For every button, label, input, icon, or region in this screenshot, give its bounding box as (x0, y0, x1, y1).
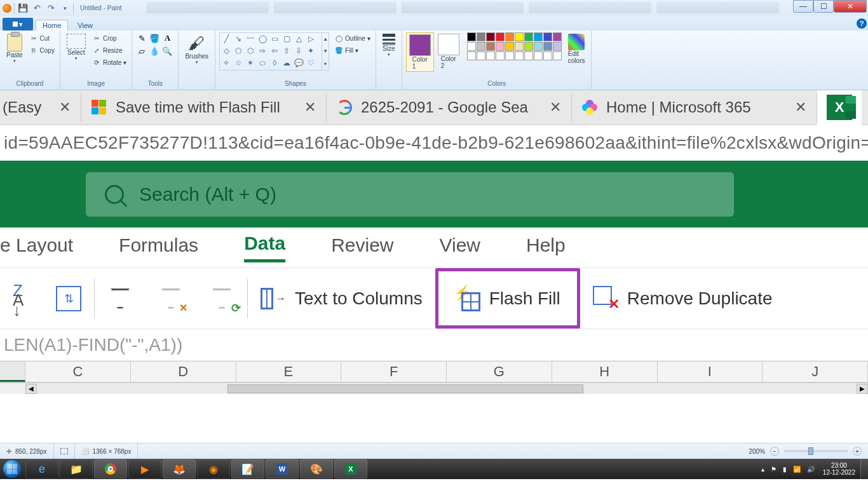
color-swatch[interactable] (505, 32, 514, 41)
rotate-button[interactable]: ⟳Rotate ▾ (91, 57, 128, 68)
color-swatch[interactable] (467, 51, 476, 60)
close-tab-icon[interactable]: ✕ (550, 99, 561, 116)
color-swatch[interactable] (505, 51, 514, 60)
tab-view[interactable]: View (71, 20, 100, 30)
color-swatch[interactable] (534, 51, 543, 60)
shapes-scrolldown-icon[interactable]: ▼ (322, 45, 329, 57)
browser-tab-4[interactable]: Home | Microsoft 365 ✕ (572, 93, 817, 122)
outline-button[interactable]: ◯Outline ▾ (333, 32, 372, 44)
search-box[interactable]: Search (Alt + Q) (86, 172, 734, 217)
fill-button[interactable]: 🪣Fill ▾ (333, 44, 372, 56)
color-swatch[interactable] (486, 42, 495, 51)
tray-network-icon[interactable]: 📶 (790, 466, 804, 473)
color2-button[interactable]: Color 2 (434, 32, 463, 71)
taskbar-word[interactable]: W (266, 459, 299, 478)
close-tab-icon[interactable]: ✕ (795, 99, 806, 116)
taskbar-paint[interactable]: 🎨 (300, 459, 333, 478)
pencil-tool-icon[interactable]: ✎ (136, 32, 147, 44)
edit-colors-button[interactable]: Edit colors (566, 32, 588, 65)
color-swatch[interactable] (496, 42, 505, 51)
colhead-j[interactable]: J (763, 362, 868, 382)
scroll-right-icon[interactable]: ▶ (857, 384, 868, 394)
select-button[interactable]: Select▾ (64, 32, 88, 62)
rowheader-corner[interactable] (0, 362, 25, 382)
color-swatch[interactable] (534, 32, 543, 41)
taskbar-excel[interactable]: X (334, 459, 367, 478)
flash-fill-button[interactable]: ⚡ Flash Fill (435, 268, 580, 329)
color-swatch[interactable] (477, 51, 485, 60)
color-swatch[interactable] (553, 51, 562, 60)
tray-battery-icon[interactable]: ▮ (780, 466, 790, 473)
shapes-gallery[interactable]: ╱↘〰◯▭▢△▷ ◇⬠⬡⇨⇦⇧⇩✦ ✧☆✶⬭◊☁💬♡ (220, 33, 322, 70)
etab-data[interactable]: Data (244, 233, 285, 262)
tray-volume-icon[interactable]: 🔊 (804, 466, 818, 473)
resize-button[interactable]: ⤢Resize (91, 44, 128, 56)
etab-layout[interactable]: e Layout (0, 234, 73, 261)
color1-button[interactable]: Color 1 (406, 32, 434, 72)
color-swatch[interactable] (496, 32, 505, 41)
reapply-sort-button[interactable]: ⇅ (43, 268, 94, 329)
scroll-left-icon[interactable]: ◀ (25, 384, 37, 394)
paste-button[interactable]: Paste ▾ (4, 32, 25, 65)
color-swatch[interactable] (543, 32, 552, 41)
color-swatch[interactable] (467, 32, 476, 41)
taskbar-chrome[interactable] (94, 459, 127, 478)
close-tab-icon[interactable]: ✕ (304, 99, 316, 116)
color-swatch[interactable] (496, 51, 505, 60)
show-desktop-button[interactable] (860, 459, 868, 479)
color-swatch[interactable] (515, 51, 524, 60)
colhead-d[interactable]: D (131, 362, 236, 382)
color-swatch[interactable] (553, 42, 562, 51)
browser-tab-2[interactable]: Save time with Flash Fill ✕ (81, 93, 327, 122)
color-swatch[interactable] (486, 32, 495, 41)
colhead-h[interactable]: H (552, 362, 658, 382)
maximize-button[interactable]: ☐ (813, 0, 834, 13)
taskbar-firefox[interactable]: 🦊 (163, 459, 196, 478)
taskbar-ie[interactable]: e (25, 459, 58, 478)
paint-canvas[interactable]: (Easy ✕ Save time with Flash Fill ✕ 2625… (0, 90, 868, 443)
magnifier-tool-icon[interactable]: 🔍 (161, 45, 173, 57)
fill-tool-icon[interactable]: 🪣 (149, 32, 160, 44)
horizontal-scrollbar[interactable]: ◀ ▶ (0, 383, 868, 394)
colhead-f[interactable]: F (341, 362, 447, 382)
colhead-c[interactable]: C (25, 362, 131, 382)
minimize-button[interactable]: — (793, 0, 813, 13)
color-swatch[interactable] (543, 42, 552, 51)
address-bar[interactable]: id=59AAEC52F735277D!113&cid=ea16f4ac-0b9… (0, 125, 868, 161)
qat-customize-icon[interactable]: ▾ (59, 3, 71, 14)
color-swatch[interactable] (467, 42, 476, 51)
sort-az-button[interactable]: ZA↓ (0, 268, 43, 329)
tray-expand-icon[interactable]: ▴ (758, 466, 768, 473)
tray-flag-icon[interactable]: ⚑ (768, 466, 780, 473)
zoom-out-button[interactable]: − (770, 447, 779, 456)
shapes-scrollup-icon[interactable]: ▲ (322, 33, 329, 45)
taskbar-wmp[interactable]: ◉ (197, 459, 230, 478)
zoom-slider[interactable] (784, 450, 848, 452)
close-tab-icon[interactable]: ✕ (59, 99, 71, 116)
clock[interactable]: 23:00 12-12-2022 (818, 462, 860, 476)
formula-bar[interactable]: LEN(A1)-FIND("-",A1)) (0, 329, 868, 361)
brushes-button[interactable]: 🖌 Brushes▾ (182, 32, 211, 66)
remove-duplicates-button[interactable]: ✕ Remove Duplicate (580, 268, 785, 329)
color-swatch[interactable] (543, 51, 552, 60)
taskbar-sticky[interactable]: 📝 (231, 459, 264, 478)
etab-view[interactable]: View (440, 234, 480, 261)
zoom-in-button[interactable]: + (853, 447, 862, 456)
help-icon[interactable]: ? (857, 18, 867, 29)
crop-button[interactable]: ✂Crop (91, 32, 128, 44)
start-button[interactable] (0, 459, 24, 479)
browser-tab-1[interactable]: (Easy ✕ (0, 93, 81, 122)
clear-filter-button[interactable] (146, 268, 196, 329)
color-swatch[interactable] (534, 42, 543, 51)
colhead-i[interactable]: I (658, 362, 763, 382)
file-menu-button[interactable]: ▾ (3, 18, 33, 30)
etab-review[interactable]: Review (331, 234, 393, 261)
qat-redo-icon[interactable]: ↷ (45, 3, 57, 14)
qat-save-icon[interactable]: 💾 (17, 3, 29, 14)
shapes-more-icon[interactable]: ▾ (322, 58, 329, 70)
color-swatch[interactable] (515, 32, 524, 41)
text-tool-icon[interactable]: A (161, 32, 173, 44)
taskbar-media[interactable]: ▶ (128, 459, 161, 478)
color-swatch[interactable] (477, 32, 485, 41)
color-swatch[interactable] (505, 42, 514, 51)
